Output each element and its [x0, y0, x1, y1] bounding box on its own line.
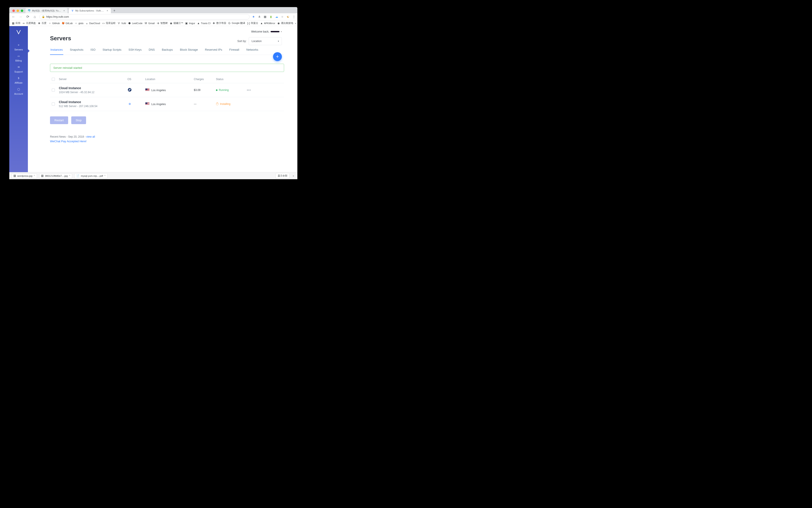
tab-reserved-ips[interactable]: Reserved IPs [205, 48, 223, 55]
bookmark-favicon-icon: 🦊 [61, 22, 65, 25]
bookmark-item[interactable]: ▲APKMirror [260, 22, 275, 25]
bookmark-label: 迅雷远程 [106, 22, 116, 25]
restart-button[interactable]: Restart [50, 116, 68, 124]
tab-networks[interactable]: Networks [246, 48, 259, 55]
bookmark-item[interactable]: ⬢LeetCode [128, 22, 142, 25]
tab-title: MySQL ::使用MySQL Yum存储 [32, 9, 61, 12]
servers-icon: ≡ [16, 42, 21, 47]
back-button[interactable]: ← [11, 14, 16, 19]
forward-button[interactable]: → [18, 14, 23, 19]
tab-snapshots[interactable]: Snapshots [70, 48, 84, 55]
download-item[interactable]: 🖼wordpress.jpg^ [11, 173, 37, 178]
tab-backups[interactable]: Backups [161, 48, 173, 55]
mysql-favicon-icon: 🐬 [28, 9, 31, 12]
table-row[interactable]: Cloud Instance512 MB Server - 207.246.10… [50, 97, 284, 111]
select-all-checkbox[interactable] [52, 78, 55, 81]
extension-icon[interactable]: ▦ [263, 15, 267, 18]
profile-avatar-icon[interactable]: ☯ [286, 15, 290, 18]
bookmark-label: Gmail [148, 22, 155, 25]
bookmark-item[interactable]: MGmail [144, 22, 155, 25]
server-sub: 512 MB Server - 207.246.108.54 [59, 104, 127, 108]
close-download-shelf-button[interactable]: × [292, 175, 295, 177]
bookmark-item[interactable]: ◉骚遍汪™ [169, 22, 183, 25]
table-row[interactable]: Cloud Instance1024 MB Server - 45.32.84.… [50, 83, 284, 97]
row-checkbox[interactable] [52, 88, 55, 92]
bookmark-label: GitHub [52, 22, 60, 25]
add-server-button[interactable]: + [273, 52, 282, 61]
bookmark-item[interactable]: ∞百度网盘 [22, 22, 36, 25]
show-all-downloads-button[interactable]: 显示全部 [276, 173, 289, 178]
maximize-window-icon[interactable] [21, 9, 23, 12]
download-item[interactable]: 📄mysql-yum-rep....pdf^ [74, 173, 107, 178]
extension-icon[interactable]: ☁ [275, 15, 278, 18]
sidebar-label: Billing [15, 59, 22, 62]
download-item[interactable]: 🖼3801213fb80e7....jpg^ [39, 173, 72, 178]
close-window-icon[interactable] [12, 9, 15, 12]
chevron-up-icon[interactable]: ^ [69, 175, 70, 177]
tab-firewall[interactable]: Firewall [229, 48, 240, 55]
sidebar-item-affiliate[interactable]: $Affiliate [14, 74, 23, 85]
bookmark-item[interactable]: VVultr [117, 22, 126, 25]
browser-menu-button[interactable]: ⋮ [292, 15, 296, 18]
bookmarks-overflow-button[interactable]: » [295, 22, 296, 25]
vultr-logo-icon[interactable] [16, 29, 22, 35]
bookmark-item[interactable]: [-]阿里云 [247, 22, 258, 25]
sidebar-item-account[interactable]: ◯Account [14, 85, 23, 96]
browser-tab-1[interactable]: V My Subscriptions - Vultr.com × [69, 8, 111, 13]
bookmark-item[interactable]: ⇉智慧树 [157, 22, 168, 25]
bookmark-item[interactable]: 🦊GitLab [61, 22, 73, 25]
bookmark-item[interactable]: GGoogle 翻译 [228, 22, 245, 25]
extension-icon[interactable]: ▮ [269, 15, 272, 18]
sidebar-item-support[interactable]: ✉Support [14, 63, 23, 74]
close-tab-icon[interactable]: × [106, 9, 109, 12]
affiliate-icon: $ [16, 76, 21, 81]
row-actions-button[interactable]: ••• [247, 88, 256, 92]
bookmark-item[interactable]: ❖数字帝国 [212, 22, 226, 25]
bookmark-favicon-icon: ❖ [212, 22, 215, 25]
bookmark-item[interactable]: ▦应用 [11, 22, 20, 25]
row-checkbox[interactable] [52, 102, 55, 105]
new-tab-button[interactable]: + [112, 8, 117, 13]
bookmark-label: GitLab [66, 22, 73, 25]
chevron-up-icon[interactable]: ^ [34, 175, 35, 177]
bookmark-label: Vultr [121, 22, 126, 25]
col-charges: Charges [194, 78, 216, 81]
home-button[interactable]: ⌂ [32, 14, 37, 19]
bookmark-item[interactable]: ◉退比根据地 [277, 22, 293, 25]
chevron-up-icon[interactable]: ^ [104, 175, 105, 177]
tab-dns[interactable]: DNS [148, 48, 155, 55]
sidebar-item-billing[interactable]: ▭Billing [14, 52, 23, 63]
sort-select[interactable]: Location ▾ [249, 37, 282, 45]
bookmark-item[interactable]: ▣Imgur [185, 22, 195, 25]
tab-instances[interactable]: Instances [50, 48, 63, 55]
server-name: Cloud Instance [59, 100, 127, 104]
bookmark-item[interactable]: ⟁DaoCloud [85, 22, 100, 25]
bookmark-item[interactable]: ○GitHub [48, 22, 60, 25]
news-item-link[interactable]: WeChat Pay Accepted Here! [50, 140, 284, 143]
bookmark-item[interactable]: ○gists [75, 22, 84, 25]
sidebar-item-servers[interactable]: ≡Servers [14, 41, 23, 52]
reload-button[interactable]: ⟳ [25, 14, 30, 19]
address-bar[interactable]: 🔒 https://my.vultr.com [39, 14, 250, 19]
minimize-window-icon[interactable] [16, 9, 19, 12]
welcome-prefix: Welcome back, [251, 30, 269, 33]
extension-icon[interactable]: ⋔ [258, 15, 261, 18]
stop-button[interactable]: Stop [71, 116, 86, 124]
bookmark-item[interactable]: ▲Travis CI [197, 22, 211, 25]
tab-block-storage[interactable]: Block Storage [179, 48, 198, 55]
bookmark-label: APKMirror [264, 22, 275, 25]
news-viewall-link[interactable]: view all [86, 135, 95, 138]
bookmark-item[interactable]: ▭迅雷远程 [102, 22, 116, 25]
tab-startup-scripts[interactable]: Startup Scripts [102, 48, 122, 55]
tab-ssh-keys[interactable]: SSH Keys [128, 48, 142, 55]
sidebar-label: Servers [14, 48, 23, 51]
star-bookmark-icon[interactable]: ★ [252, 15, 255, 18]
welcome-text[interactable]: Welcome back, ▾ [251, 30, 282, 33]
close-tab-icon[interactable]: × [63, 9, 65, 12]
tab-iso[interactable]: ISO [90, 48, 96, 55]
extension-icon[interactable]: ○ [281, 15, 284, 18]
bookmark-favicon-icon: ○ [48, 22, 51, 25]
browser-tab-0[interactable]: 🐬 MySQL ::使用MySQL Yum存储 × [26, 8, 68, 13]
bookmark-item[interactable]: ❀百度 [38, 22, 46, 25]
window-controls[interactable] [11, 9, 26, 13]
